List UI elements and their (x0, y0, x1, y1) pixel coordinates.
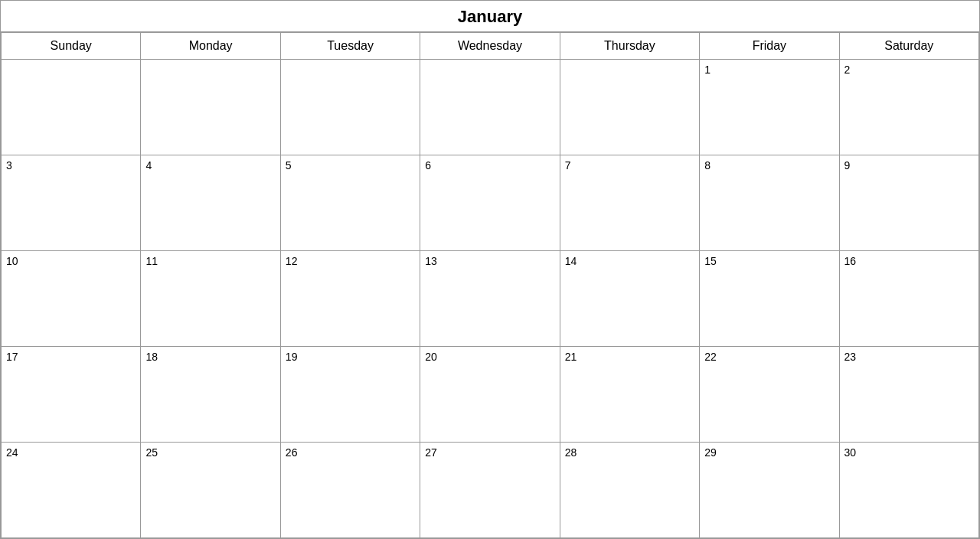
day-cell-2-0: 10 (2, 251, 141, 347)
day-cell-0-2 (281, 60, 420, 155)
day-cell-1-5: 8 (700, 155, 839, 251)
day-number: 28 (565, 446, 577, 459)
day-cell-4-6: 30 (840, 443, 979, 538)
day-number: 9 (844, 159, 851, 172)
day-number: 20 (425, 351, 437, 363)
day-number: 7 (565, 159, 571, 172)
day-cell-3-3: 20 (420, 347, 560, 443)
day-number: 12 (286, 255, 298, 267)
day-number: 22 (704, 351, 717, 363)
day-cell-1-3: 6 (420, 155, 560, 251)
day-number: 27 (425, 446, 437, 459)
day-cell-4-2: 26 (281, 443, 420, 538)
day-cell-3-6: 23 (840, 347, 979, 443)
day-cell-1-6: 9 (840, 155, 979, 251)
day-cell-4-1: 25 (141, 443, 280, 538)
day-number: 5 (286, 159, 292, 172)
day-number: 15 (704, 255, 717, 267)
day-cell-4-0: 24 (2, 443, 141, 538)
day-number: 1 (704, 64, 710, 76)
day-number: 23 (844, 351, 857, 363)
calendar-title: January (1, 1, 979, 32)
day-number: 30 (844, 446, 857, 459)
day-cell-3-2: 19 (281, 347, 420, 443)
day-number: 4 (145, 159, 152, 172)
day-number: 6 (425, 159, 431, 172)
day-header-saturday: Saturday (840, 33, 979, 60)
day-cell-0-3 (420, 60, 560, 155)
day-cell-2-2: 12 (281, 251, 420, 347)
day-cell-0-5: 1 (700, 60, 839, 155)
day-cell-0-0 (2, 60, 141, 155)
calendar-container: January SundayMondayTuesdayWednesdayThur… (0, 0, 980, 539)
day-cell-0-6: 2 (840, 60, 979, 155)
day-cell-2-6: 16 (840, 251, 979, 347)
day-number: 19 (286, 351, 298, 363)
day-header-tuesday: Tuesday (281, 33, 420, 60)
day-number: 18 (145, 351, 158, 363)
day-cell-0-4 (560, 60, 700, 155)
day-cell-2-4: 14 (560, 251, 700, 347)
day-cell-3-0: 17 (2, 347, 141, 443)
day-cell-3-4: 21 (560, 347, 700, 443)
day-cell-3-5: 22 (700, 347, 839, 443)
day-header-wednesday: Wednesday (420, 33, 560, 60)
day-header-monday: Monday (141, 33, 280, 60)
day-cell-2-3: 13 (420, 251, 560, 347)
day-cell-2-5: 15 (700, 251, 839, 347)
day-number: 17 (6, 351, 18, 363)
day-header-friday: Friday (700, 33, 839, 60)
day-number: 2 (844, 64, 851, 76)
day-number: 16 (844, 255, 857, 267)
day-number: 21 (565, 351, 577, 363)
day-header-thursday: Thursday (560, 33, 700, 60)
calendar-grid: SundayMondayTuesdayWednesdayThursdayFrid… (1, 32, 979, 538)
day-number: 29 (704, 446, 717, 459)
day-number: 13 (425, 255, 437, 267)
day-number: 11 (145, 255, 158, 267)
day-number: 25 (145, 446, 158, 459)
day-cell-3-1: 18 (141, 347, 280, 443)
day-number: 14 (565, 255, 577, 267)
day-number: 24 (6, 446, 18, 459)
day-cell-4-3: 27 (420, 443, 560, 538)
day-number: 26 (286, 446, 298, 459)
day-header-sunday: Sunday (2, 33, 141, 60)
day-cell-1-1: 4 (141, 155, 280, 251)
day-cell-4-5: 29 (700, 443, 839, 538)
day-cell-1-4: 7 (560, 155, 700, 251)
day-cell-2-1: 11 (141, 251, 280, 347)
day-number: 10 (6, 255, 18, 267)
day-number: 8 (704, 159, 710, 172)
day-number: 3 (6, 159, 12, 172)
day-cell-1-2: 5 (281, 155, 420, 251)
day-cell-1-0: 3 (2, 155, 141, 251)
day-cell-0-1 (141, 60, 280, 155)
day-cell-4-4: 28 (560, 443, 700, 538)
